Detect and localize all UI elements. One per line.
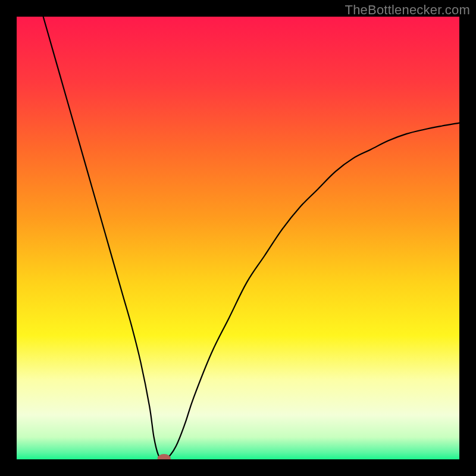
bottleneck-chart <box>17 17 459 459</box>
gradient-background <box>17 17 459 459</box>
plot-area <box>17 17 459 459</box>
watermark-text: TheBottlenecker.com <box>345 2 470 18</box>
chart-frame: TheBottlenecker.com <box>0 0 476 476</box>
